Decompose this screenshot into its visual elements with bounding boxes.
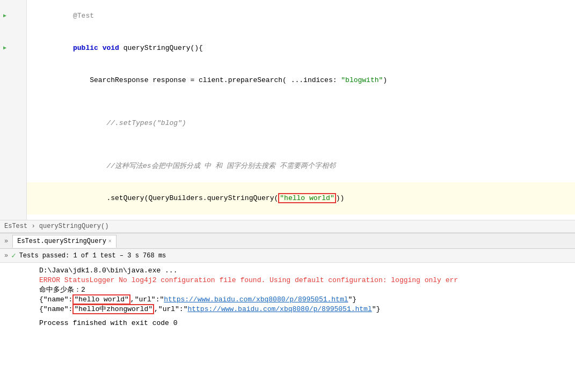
json-pre1: {"name": <box>39 295 72 304</box>
line-content: .setQuery(QueryBuilders.queryStringQuery… <box>27 182 575 215</box>
breadcrumb-bar: EsTest › queryStringQuery() <box>0 220 575 233</box>
annotation-text: @Test <box>73 12 94 20</box>
line-content: //这种写法es会把中国拆分成 中 和 国字分别去搜索 不需要两个字相邻 <box>27 139 575 182</box>
output-line: 命中多少条：2 <box>4 285 571 295</box>
line-content: @Test <box>27 0 575 32</box>
line-content: //.setTypes("blog") <box>27 97 575 139</box>
code-line: //下面这行也是 会把中国拆分成中 和 国字分别去搜索 不需要两个字相邻，唯一多… <box>0 215 575 220</box>
json-end2: "} <box>372 305 381 313</box>
output-line: ERROR StatusLogger No log4j2 configurati… <box>4 276 571 285</box>
run-status-bar: » ✓ Tests passed: 1 of 1 test – 3 s 768 … <box>0 249 575 263</box>
code-editor: ▶ @Test ▶ public void queryStringQuery()… <box>0 0 575 220</box>
code-lines: ▶ @Test ▶ public void queryStringQuery()… <box>0 0 575 220</box>
line-gutter <box>0 97 27 139</box>
line-gutter: ▶ <box>0 32 27 64</box>
output-line: {"name":"hello中zhongworld","url":"https:… <box>4 305 571 314</box>
json-mid2: ,"url":" <box>154 305 187 313</box>
hello-zhong-value: "hello中zhongworld" <box>72 304 154 314</box>
error-output: ERROR StatusLogger No log4j2 configurati… <box>39 276 571 285</box>
close-tab-icon[interactable]: × <box>108 239 112 245</box>
keyword: void <box>103 44 119 52</box>
test-pass-icon: ✓ <box>11 251 16 260</box>
code-line: ▶ @Test <box>0 0 575 32</box>
code-line-highlighted: .setQuery(QueryBuilders.queryStringQuery… <box>0 182 575 215</box>
green-arrow-icon2: ▶ <box>3 43 6 54</box>
test-status: Tests passed: 1 of 1 test – 3 s 768 ms <box>19 252 166 260</box>
green-arrow-icon: ▶ <box>3 11 6 21</box>
result-line2: {"name":"hello中zhongworld","url":"https:… <box>39 305 571 314</box>
line-gutter <box>0 64 27 97</box>
json-end1: "} <box>348 295 357 304</box>
run-tab[interactable]: EsTest.queryStringQuery × <box>12 235 117 248</box>
line-gutter: ▶ <box>0 0 27 32</box>
run-output: D:\Java\jdk1.8.0\bin\java.exe ... ERROR … <box>0 263 575 392</box>
output-line: Process finished with exit code 0 <box>4 319 571 328</box>
run-tab-label: EsTest.queryStringQuery <box>17 238 106 245</box>
line-content: public void queryStringQuery(){ <box>27 32 575 64</box>
method-name: queryStringQuery <box>123 44 191 52</box>
count-output: 命中多少条：2 <box>39 285 571 295</box>
run-gutter-icon2[interactable]: ▶ <box>1 45 9 52</box>
run-panel: » EsTest.queryStringQuery × » ✓ Tests pa… <box>0 233 575 392</box>
breadcrumb: EsTest › queryStringQuery() <box>4 223 108 230</box>
result-line1: {"name":"hello world","url":"https://www… <box>39 295 571 305</box>
line-gutter <box>0 215 27 220</box>
code-line: SearchResponse response = client.prepare… <box>0 64 575 97</box>
run-panel-arrows[interactable]: » <box>4 238 8 245</box>
url-link2[interactable]: https://www.baidu.com/xbq8080/p/8995051.… <box>187 305 372 313</box>
hello-world-string: "hello world" <box>278 193 336 203</box>
code-line: //.setTypes("blog") <box>0 97 575 139</box>
json-pre2: {"name": <box>39 305 72 313</box>
line-gutter <box>0 182 27 215</box>
ide-container: ▶ @Test ▶ public void queryStringQuery()… <box>0 0 575 392</box>
run-arrows2[interactable]: » <box>4 252 8 260</box>
run-tabs: » EsTest.queryStringQuery × <box>0 234 575 249</box>
line-gutter <box>0 139 27 182</box>
json-mid1: ,"url":" <box>130 295 164 304</box>
comment: //.setTypes("blog") <box>31 119 186 127</box>
line-content: //下面这行也是 会把中国拆分成中 和 国字分别去搜索 不需要两个字相邻，唯一多… <box>27 215 575 220</box>
keyword: public <box>73 44 98 52</box>
process-end-text: Process finished with exit code 0 <box>39 319 571 328</box>
run-gutter-icon[interactable]: ▶ <box>1 12 9 20</box>
output-line: {"name":"hello world","url":"https://www… <box>4 295 571 305</box>
url-link1[interactable]: https://www.baidu.com/xbq8080/p/8995051.… <box>164 295 348 304</box>
code-line: ▶ public void queryStringQuery(){ <box>0 32 575 64</box>
comment: //这种写法es会把中国拆分成 中 和 国字分别去搜索 不需要两个字相邻 <box>31 162 336 170</box>
code-line: //这种写法es会把中国拆分成 中 和 国字分别去搜索 不需要两个字相邻 <box>0 139 575 182</box>
line-content: SearchResponse response = client.prepare… <box>27 64 575 97</box>
output-text: D:\Java\jdk1.8.0\bin\java.exe ... <box>39 266 571 276</box>
hello-world-value: "hello world" <box>72 294 130 305</box>
string-literal: "blogwith" <box>341 76 383 84</box>
output-line: D:\Java\jdk1.8.0\bin\java.exe ... <box>4 266 571 276</box>
